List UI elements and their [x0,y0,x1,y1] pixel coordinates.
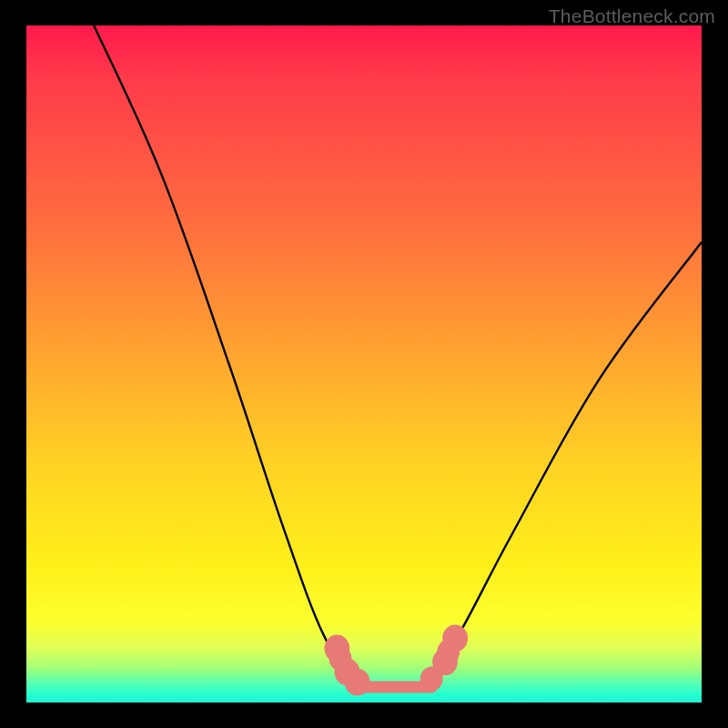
bottleneck-curve [94,25,702,690]
chart-frame: TheBottleneck.com [0,0,728,728]
curve-svg [26,25,702,703]
plot-area [26,25,702,703]
watermark-text: TheBottleneck.com [549,5,715,27]
curve-marker [442,624,468,652]
